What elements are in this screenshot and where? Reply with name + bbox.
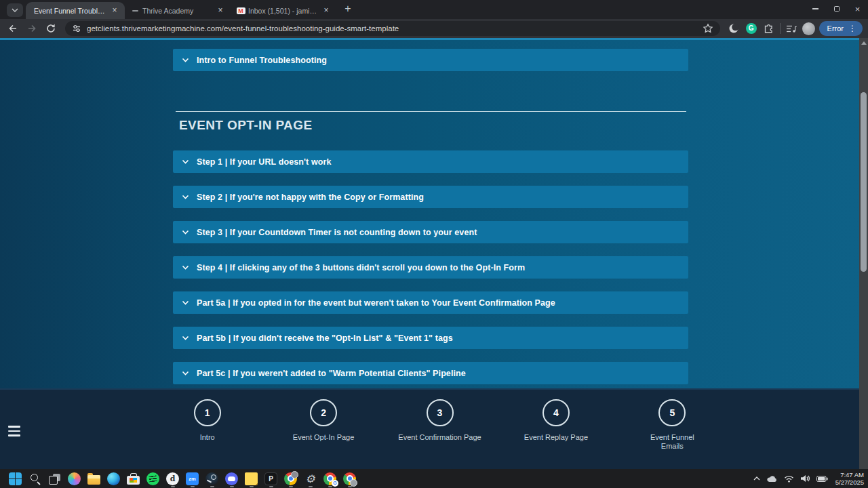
stepper-step[interactable]: 5 Event Funnel Emails: [614, 399, 730, 451]
tab-search-chevron[interactable]: [7, 3, 23, 17]
microsoft-store-icon[interactable]: [123, 469, 143, 488]
grammarly-extension-icon[interactable]: G: [745, 22, 758, 35]
forward-arrow-icon: [26, 23, 37, 34]
section-divider: [176, 111, 686, 112]
close-icon[interactable]: ×: [321, 6, 331, 16]
chevron-down-icon: [182, 265, 189, 270]
toolbar-divider: [780, 23, 781, 34]
chrome-gray-icon[interactable]: [340, 469, 359, 488]
copilot-icon[interactable]: [64, 469, 84, 488]
accordion-label: Step 1 | If your URL doesn't work: [197, 157, 331, 167]
taskbar-clock[interactable]: 7:47 AM 5/27/2025: [835, 471, 864, 486]
tab-title: Event Funnel Troubleshooting (: [31, 7, 110, 15]
task-view-icon[interactable]: [45, 469, 64, 488]
bookmark-star-icon[interactable]: [703, 23, 713, 34]
profile-error-button[interactable]: Error ⋮: [819, 21, 863, 36]
chevron-down-icon: [182, 336, 189, 340]
accordion-row[interactable]: Step 4 | If clicking any of the 3 button…: [173, 256, 688, 279]
chevron-down-icon: [182, 159, 189, 164]
browser-menu-icon[interactable]: ⋮: [848, 25, 856, 32]
windows-start-icon[interactable]: [5, 469, 25, 488]
reload-button[interactable]: [43, 21, 58, 36]
wifi-icon[interactable]: [784, 475, 794, 483]
accordion-row[interactable]: Part 5a | If you opted in for the event …: [173, 291, 688, 314]
url-bar[interactable]: getclients.thrivemarketingmachine.com/ev…: [65, 21, 720, 36]
profile-avatar[interactable]: [802, 22, 815, 35]
close-icon[interactable]: ×: [110, 6, 119, 16]
stepper-step[interactable]: 3 Event Confirmation Page: [382, 399, 498, 451]
hamburger-menu-icon[interactable]: [8, 426, 20, 439]
accordion-row[interactable]: Step 2 | If you're not happy with the Co…: [173, 186, 688, 208]
chrome-google-icon[interactable]: [320, 469, 340, 488]
zoom-icon[interactable]: [182, 469, 202, 488]
dark-reader-extension-icon[interactable]: [727, 22, 741, 35]
tab-title: Inbox (1,501) - jamie@thrive-a: [245, 7, 321, 15]
close-window-button[interactable]: ×: [847, 0, 868, 18]
scroll-up-arrow[interactable]: [861, 41, 867, 45]
chevron-down-icon: [182, 230, 189, 235]
step-number[interactable]: 4: [542, 399, 570, 426]
reload-icon: [45, 23, 56, 34]
step-label: Event Replay Page: [524, 433, 588, 442]
step-number[interactable]: 5: [658, 399, 686, 426]
accordion-row[interactable]: Step 1 | If your URL doesn't work: [173, 150, 688, 173]
accordion-row[interactable]: Part 5c | If you weren't added to "Warm …: [173, 362, 688, 384]
edge-icon[interactable]: [104, 469, 123, 488]
settings-icon[interactable]: [300, 469, 320, 488]
tab-title: Thrive Academy: [140, 7, 216, 15]
tray-expand-icon[interactable]: [753, 476, 760, 481]
step-number[interactable]: 2: [310, 399, 337, 426]
close-icon[interactable]: ×: [216, 6, 225, 16]
step-label: Intro: [200, 433, 215, 442]
site-settings-tune-icon: [72, 24, 81, 33]
battery-icon[interactable]: [816, 476, 828, 482]
new-tab-button[interactable]: +: [340, 2, 355, 17]
tab-event-funnel-troubleshooting[interactable]: Event Funnel Troubleshooting ( ×: [26, 2, 125, 19]
accordion-label: Step 2 | If you're not happy with the Co…: [197, 192, 424, 202]
windows-taskbar: 7:47 AM 5/27/2025: [0, 469, 868, 488]
discord-icon[interactable]: [222, 469, 241, 488]
accordion-label: Step 3 | If your Countdown Timer is not …: [197, 228, 477, 237]
browser-toolbar: getclients.thrivemarketingmachine.com/ev…: [0, 19, 868, 38]
forward-button[interactable]: [24, 21, 39, 36]
step-label: Event Confirmation Page: [398, 433, 481, 442]
daily-dot-dev-icon[interactable]: [163, 469, 182, 488]
step-number[interactable]: 1: [194, 399, 221, 426]
stepper-step[interactable]: 4 Event Replay Page: [498, 399, 614, 451]
back-arrow-icon: [7, 23, 18, 34]
accordion-label: Part 5a | If you opted in for the event …: [197, 298, 555, 308]
scrollbar-thumb[interactable]: [861, 92, 867, 272]
accordion-row[interactable]: Step 3 | If your Countdown Timer is not …: [173, 221, 688, 243]
step-number[interactable]: 3: [427, 399, 454, 426]
accordion-label: Part 5b | If you didn't receive the "Opt…: [197, 333, 453, 343]
tab-gmail-inbox[interactable]: M Inbox (1,501) - jamie@thrive-a ×: [231, 2, 336, 19]
back-button[interactable]: [5, 21, 20, 36]
maximize-button[interactable]: [826, 0, 847, 18]
step-label: Event Funnel Emails: [650, 433, 694, 451]
tray-date: 5/27/2025: [835, 479, 864, 486]
extensions-puzzle-icon[interactable]: [762, 22, 776, 35]
stepper-step[interactable]: 1 Intro: [149, 399, 265, 451]
pieces-icon[interactable]: [261, 469, 281, 488]
file-explorer-icon[interactable]: [84, 469, 104, 488]
minimize-button[interactable]: [805, 0, 826, 18]
media-controls-icon[interactable]: [785, 22, 798, 35]
onedrive-cloud-icon[interactable]: [766, 475, 778, 483]
error-label: Error: [827, 24, 844, 33]
vertical-scrollbar[interactable]: [859, 38, 868, 469]
page-header-strip: [0, 38, 859, 40]
chevron-down-icon: [182, 300, 189, 305]
volume-icon[interactable]: [800, 474, 810, 483]
spotify-icon[interactable]: [143, 469, 163, 488]
accordion-row[interactable]: Part 5b | If you didn't receive the "Opt…: [173, 327, 688, 349]
stepper-step[interactable]: 2 Event Opt-In Page: [265, 399, 381, 451]
chevron-down-icon: [182, 58, 189, 62]
tab-thrive-academy[interactable]: Thrive Academy ×: [125, 2, 231, 19]
sticky-notes-icon[interactable]: [241, 469, 261, 488]
search-icon[interactable]: [25, 469, 45, 488]
steam-icon[interactable]: [202, 469, 222, 488]
accordion-intro[interactable]: Intro to Funnel Troubleshooting: [173, 49, 688, 71]
section-title: EVENT OPT-IN PAGE: [179, 118, 312, 133]
chrome-wrench-icon[interactable]: [281, 469, 300, 488]
window-controls: ×: [805, 0, 868, 18]
